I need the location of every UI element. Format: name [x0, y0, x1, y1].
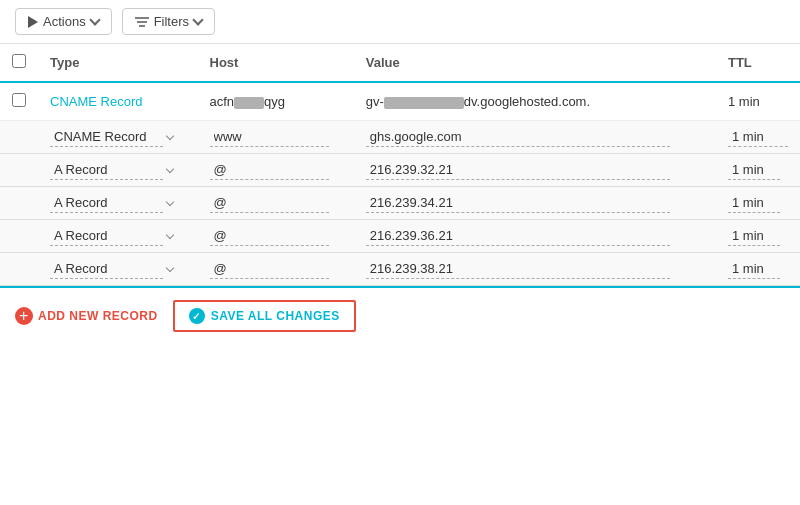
- type-chevron-icon: [166, 230, 174, 238]
- edit-row-ttl: 1 min: [716, 154, 800, 187]
- host-suffix: qyg: [264, 94, 285, 109]
- edit-row-ttl: 1 min: [716, 187, 800, 220]
- edit-row-type: A Record CNAME Record: [38, 253, 198, 286]
- table-row: A Record CNAME Record 1 min: [0, 154, 800, 187]
- value-blurred: [384, 97, 464, 109]
- row-value: gv-dv.googlehosted.com.: [354, 82, 716, 121]
- row-type: CNAME Record: [38, 82, 198, 121]
- edit-row-empty: [0, 220, 38, 253]
- table-header-row: Type Host Value TTL: [0, 44, 800, 82]
- value-input-4[interactable]: [366, 259, 670, 279]
- edit-row-host: [198, 121, 354, 154]
- edit-row-type: A Record CNAME Record: [38, 187, 198, 220]
- edit-row-host: [198, 187, 354, 220]
- ttl-select-wrapper: 1 min: [728, 259, 780, 279]
- footer-bar: + ADD NEW RECORD ✓ SAVE ALL CHANGES: [0, 286, 800, 344]
- save-label: SAVE ALL CHANGES: [211, 309, 340, 323]
- edit-row-empty: [0, 187, 38, 220]
- edit-row-host: [198, 220, 354, 253]
- table-row: A Record CNAME Record 1 min: [0, 253, 800, 286]
- save-all-changes-button[interactable]: ✓ SAVE ALL CHANGES: [173, 300, 356, 332]
- edit-row-empty: [0, 154, 38, 187]
- add-new-record-button[interactable]: + ADD NEW RECORD: [15, 307, 158, 325]
- type-header: Type: [38, 44, 198, 82]
- type-select-0[interactable]: CNAME Record A Record: [50, 127, 163, 147]
- type-select-wrapper: A Record CNAME Record: [50, 226, 173, 246]
- edit-row-type: CNAME Record A Record: [38, 121, 198, 154]
- value-input-1[interactable]: [366, 160, 670, 180]
- host-input-4[interactable]: [210, 259, 329, 279]
- table-row: A Record CNAME Record 1 min: [0, 187, 800, 220]
- select-all-header: [0, 44, 38, 82]
- cname-record-link[interactable]: CNAME Record: [50, 94, 142, 109]
- play-icon: [28, 16, 38, 28]
- type-chevron-icon: [166, 197, 174, 205]
- edit-row-host: [198, 154, 354, 187]
- edit-row-type: A Record CNAME Record: [38, 220, 198, 253]
- type-chevron-icon: [166, 263, 174, 271]
- edit-row-value: [354, 154, 716, 187]
- host-prefix: acfn: [210, 94, 235, 109]
- edit-row-ttl: 1 min 5 min 30 min 1 hour: [716, 121, 800, 154]
- actions-chevron-icon: [89, 14, 100, 25]
- value-header: Value: [354, 44, 716, 82]
- type-chevron-icon: [166, 164, 174, 172]
- host-input-1[interactable]: [210, 160, 329, 180]
- ttl-select-4[interactable]: 1 min: [728, 259, 780, 279]
- type-select-2[interactable]: A Record CNAME Record: [50, 193, 163, 213]
- edit-row-value: [354, 121, 716, 154]
- ttl-select-0[interactable]: 1 min 5 min 30 min 1 hour: [728, 127, 788, 147]
- dns-records-table: Type Host Value TTL CNAME Record acfnqyg: [0, 44, 800, 286]
- edit-row-value: [354, 253, 716, 286]
- plus-icon: +: [15, 307, 33, 325]
- ttl-select-3[interactable]: 1 min: [728, 226, 780, 246]
- row-ttl: 1 min: [716, 82, 800, 121]
- edit-row-empty: [0, 121, 38, 154]
- type-select-wrapper: A Record CNAME Record: [50, 259, 173, 279]
- ttl-select-wrapper: 1 min: [728, 193, 780, 213]
- row-host: acfnqyg: [198, 82, 354, 121]
- row-checkbox[interactable]: [12, 93, 26, 107]
- value-suffix: dv.googlehosted.com.: [464, 94, 590, 109]
- check-icon: ✓: [189, 308, 205, 324]
- ttl-header: TTL: [716, 44, 800, 82]
- select-all-checkbox[interactable]: [12, 54, 26, 68]
- actions-label: Actions: [43, 14, 86, 29]
- host-input-2[interactable]: [210, 193, 329, 213]
- value-input-2[interactable]: [366, 193, 670, 213]
- ttl-select-wrapper: 1 min: [728, 226, 780, 246]
- table-row: CNAME Record acfnqyg gv-dv.googlehosted.…: [0, 82, 800, 121]
- type-chevron-icon: [166, 131, 174, 139]
- toolbar: Actions Filters: [0, 0, 800, 44]
- type-select-wrapper: A Record CNAME Record: [50, 193, 173, 213]
- ttl-select-wrapper: 1 min: [728, 160, 780, 180]
- filters-chevron-icon: [192, 14, 203, 25]
- table-row: A Record CNAME Record 1 min: [0, 220, 800, 253]
- host-input-3[interactable]: [210, 226, 329, 246]
- ttl-select-2[interactable]: 1 min: [728, 193, 780, 213]
- row-checkbox-cell: [0, 82, 38, 121]
- edit-row-empty: [0, 253, 38, 286]
- type-select-3[interactable]: A Record CNAME Record: [50, 226, 163, 246]
- type-select-wrapper: A Record CNAME Record: [50, 160, 173, 180]
- actions-button[interactable]: Actions: [15, 8, 112, 35]
- edit-row-ttl: 1 min: [716, 253, 800, 286]
- ttl-select-wrapper: 1 min 5 min 30 min 1 hour: [728, 127, 788, 147]
- type-select-1[interactable]: A Record CNAME Record: [50, 160, 163, 180]
- type-select-wrapper: CNAME Record A Record: [50, 127, 173, 147]
- host-header: Host: [198, 44, 354, 82]
- value-input-0[interactable]: [366, 127, 670, 147]
- filters-button[interactable]: Filters: [122, 8, 215, 35]
- edit-row-ttl: 1 min: [716, 220, 800, 253]
- host-input-0[interactable]: [210, 127, 329, 147]
- value-input-3[interactable]: [366, 226, 670, 246]
- filters-label: Filters: [154, 14, 189, 29]
- edit-row-value: [354, 187, 716, 220]
- type-select-4[interactable]: A Record CNAME Record: [50, 259, 163, 279]
- ttl-select-1[interactable]: 1 min: [728, 160, 780, 180]
- edit-row-type: A Record CNAME Record: [38, 154, 198, 187]
- edit-row-host: [198, 253, 354, 286]
- table-row: CNAME Record A Record 1 min: [0, 121, 800, 154]
- value-prefix: gv-: [366, 94, 384, 109]
- edit-row-value: [354, 220, 716, 253]
